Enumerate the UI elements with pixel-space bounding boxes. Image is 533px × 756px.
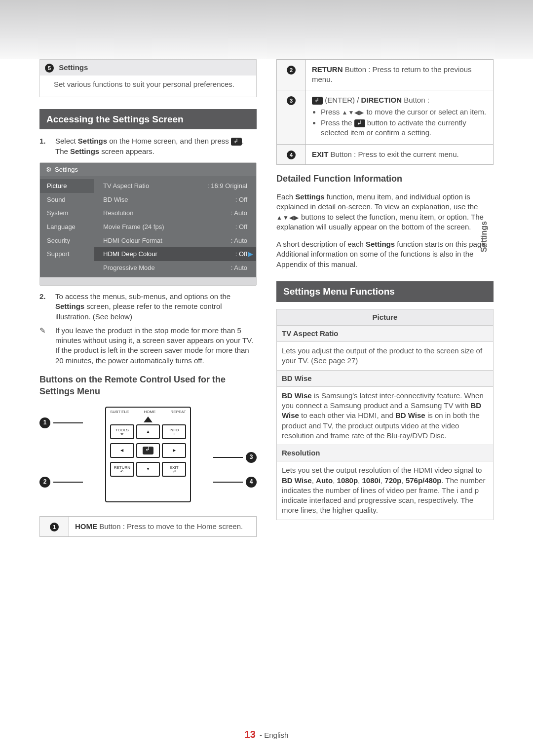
step-1-text: Select Settings on the Home screen, and …: [55, 136, 257, 156]
remote-label-subtitle: SUBTITLE: [110, 410, 129, 415]
settings-osd: Settings Picture Sound System Language S…: [39, 162, 257, 286]
osd-left-item: Picture: [40, 179, 94, 193]
step-2-text: To access the menus, sub-menus, and opti…: [55, 292, 257, 322]
callout-5-title: Settings: [59, 63, 88, 72]
legend-3-text: (ENTER) / DIRECTION Button : Press to mo…: [306, 90, 494, 144]
legend-4-num: 4: [287, 151, 296, 159]
side-tab-label: Settings: [479, 221, 490, 252]
osd-left-item: Language: [40, 220, 94, 234]
down-button: ▼: [136, 462, 160, 477]
pin-2: 2: [39, 477, 50, 488]
direction-arrows-icon: [342, 108, 365, 116]
page-language: - English: [260, 731, 288, 739]
remote-buttons-heading: Buttons on the Remote Control Used for t…: [39, 374, 257, 398]
legend-1-text: HOME Button : Press to move to the Home …: [69, 516, 257, 536]
step-1-number: 1.: [39, 136, 50, 156]
return-button: RETURN↶: [110, 462, 134, 477]
tv-aspect-ratio-title: TV Aspect Ratio: [276, 326, 494, 342]
remote-illustration: SUBTITLE HOME REPEAT TOOLS⚒ ▲ INFOi ◀ ▶: [105, 407, 191, 502]
legend-2-num: 2: [287, 66, 296, 75]
detailed-info-p2: A short description of each Settings fun…: [276, 239, 494, 269]
resolution-body: Lets you set the output resolution of th…: [276, 461, 494, 520]
pin-4: 4: [246, 477, 257, 488]
direction-arrows-icon: [276, 213, 299, 221]
exit-button: EXIT⏎: [162, 462, 186, 477]
legend-table-right: 2 RETURN Button : Press to return to the…: [276, 59, 494, 165]
callout-5-body: Set various functions to suit your perso…: [39, 76, 257, 97]
settings-menu-functions-heading: Settings Menu Functions: [276, 281, 494, 302]
osd-left-item: Sound: [40, 193, 94, 207]
side-tab: Settings: [479, 212, 490, 262]
resolution-title: Resolution: [276, 445, 494, 461]
accessing-settings-heading: Accessing the Settings Screen: [39, 109, 257, 130]
enter-icon: [143, 447, 153, 454]
picture-section-title: Picture: [276, 309, 494, 326]
callout-5-head: 5 Settings: [39, 59, 257, 76]
osd-right-list: TV Aspect Ratio: 16:9 Original BD Wise: …: [94, 176, 256, 277]
up-button: ▲: [136, 424, 160, 439]
step-2-number: 2.: [39, 292, 50, 322]
legend-table-left: 1 HOME Button : Press to move to the Hom…: [39, 516, 257, 537]
osd-left-menu: Picture Sound System Language Security S…: [40, 176, 94, 277]
legend-3-num: 3: [287, 96, 296, 105]
home-icon: [144, 416, 152, 422]
legend-4-text: EXIT Button : Press to exit the current …: [306, 144, 494, 164]
right-button: ▶: [162, 443, 186, 458]
page-footer: 13 - English: [0, 728, 533, 741]
detailed-info-heading: Detailed Function Information: [276, 173, 494, 185]
info-button: INFOi: [162, 424, 186, 439]
enter-icon: [354, 119, 365, 127]
note-text: If you leave the product in the stop mod…: [55, 326, 257, 366]
enter-icon: [312, 97, 323, 105]
bd-wise-title: BD Wise: [276, 371, 494, 387]
callout-5-number: 5: [45, 64, 54, 73]
legend-1-num: 1: [50, 523, 59, 531]
detailed-info-p1: Each Settings function, menu item, and i…: [276, 192, 494, 232]
page-top-gradient: [0, 0, 533, 59]
note-mark: ✎: [39, 326, 50, 366]
pin-3: 3: [246, 452, 257, 463]
enter-icon: [231, 138, 242, 146]
tv-aspect-ratio-body: Lets you adjust the output of the produc…: [276, 342, 494, 371]
left-button: ◀: [110, 443, 134, 458]
enter-button: [136, 443, 160, 458]
remote-label-home: HOME: [144, 410, 155, 415]
osd-left-item: Support: [40, 247, 94, 261]
remote-label-repeat: REPEAT: [171, 410, 186, 415]
osd-title: Settings: [40, 163, 256, 177]
osd-left-item: System: [40, 206, 94, 220]
tools-button: TOOLS⚒: [110, 424, 134, 439]
pin-1: 1: [39, 417, 50, 428]
legend-2-text: RETURN Button : Press to return to the p…: [306, 60, 494, 90]
bd-wise-body: BD Wise is Samsung's latest inter-connec…: [276, 387, 494, 445]
page-number: 13: [245, 729, 256, 740]
osd-left-item: Security: [40, 234, 94, 248]
